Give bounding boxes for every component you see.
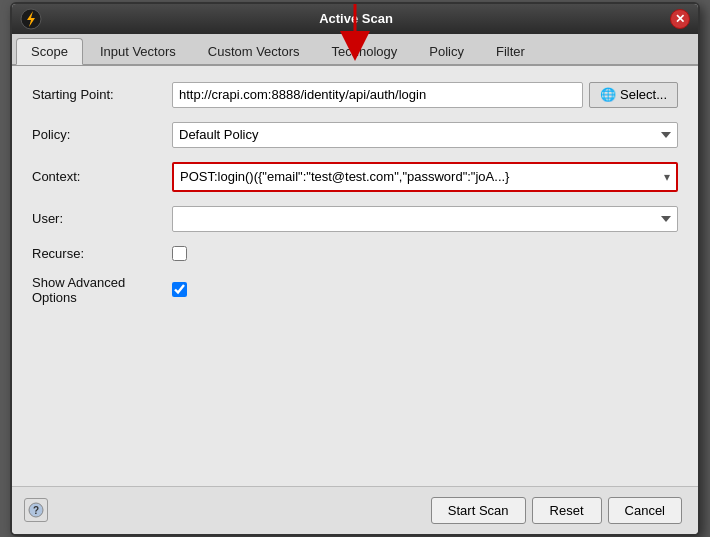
recurse-row: Recurse: — [32, 246, 678, 261]
close-button[interactable]: ✕ — [670, 9, 690, 29]
svg-marker-3 — [340, 31, 370, 61]
tab-custom-vectors[interactable]: Custom Vectors — [193, 38, 315, 64]
context-select-wrap: POST:login()({"email":"test@test.com","p… — [172, 162, 678, 192]
recurse-label: Recurse: — [32, 246, 172, 261]
recurse-controls — [172, 246, 678, 261]
policy-select[interactable]: Default Policy — [172, 122, 678, 148]
user-label: User: — [32, 211, 172, 226]
tab-scope[interactable]: Scope — [16, 38, 83, 65]
select-button[interactable]: 🌐 Select... — [589, 82, 678, 108]
tab-input-vectors[interactable]: Input Vectors — [85, 38, 191, 64]
starting-point-input[interactable] — [172, 82, 583, 108]
active-scan-dialog: Active Scan ✕ Scope Input Vectors Custom… — [10, 2, 700, 536]
context-select[interactable]: POST:login()({"email":"test@test.com","p… — [174, 164, 676, 190]
starting-point-row: Starting Point: 🌐 Select... — [32, 82, 678, 108]
policy-label: Policy: — [32, 127, 172, 142]
globe-icon: 🌐 — [600, 87, 616, 102]
advanced-options-label: Show Advanced Options — [32, 275, 172, 305]
policy-row: Policy: Default Policy — [32, 122, 678, 148]
footer: ? Start Scan Reset Cancel — [12, 486, 698, 534]
cancel-button[interactable]: Cancel — [608, 497, 682, 524]
recurse-checkbox[interactable] — [172, 246, 187, 261]
arrow-indicator — [335, 2, 375, 66]
user-row: User: — [32, 206, 678, 232]
context-label: Context: — [32, 169, 172, 184]
context-row: Context: POST:login()({"email":"test@tes… — [32, 162, 678, 192]
svg-text:?: ? — [33, 505, 39, 516]
tab-policy[interactable]: Policy — [414, 38, 479, 64]
zap-icon — [20, 8, 42, 30]
policy-controls: Default Policy — [172, 122, 678, 148]
context-controls: POST:login()({"email":"test@test.com","p… — [172, 162, 678, 192]
user-select[interactable] — [172, 206, 678, 232]
starting-point-controls: 🌐 Select... — [172, 82, 678, 108]
help-icon[interactable]: ? — [24, 498, 48, 522]
advanced-options-checkbox[interactable] — [172, 282, 187, 297]
start-scan-button[interactable]: Start Scan — [431, 497, 526, 524]
select-button-label: Select... — [620, 87, 667, 102]
user-controls — [172, 206, 678, 232]
tab-content: Starting Point: 🌐 Select... Policy: Defa… — [12, 66, 698, 486]
tab-filter[interactable]: Filter — [481, 38, 540, 64]
starting-point-label: Starting Point: — [32, 87, 172, 102]
advanced-options-controls — [172, 282, 678, 297]
reset-button[interactable]: Reset — [532, 497, 602, 524]
advanced-options-row: Show Advanced Options — [32, 275, 678, 305]
